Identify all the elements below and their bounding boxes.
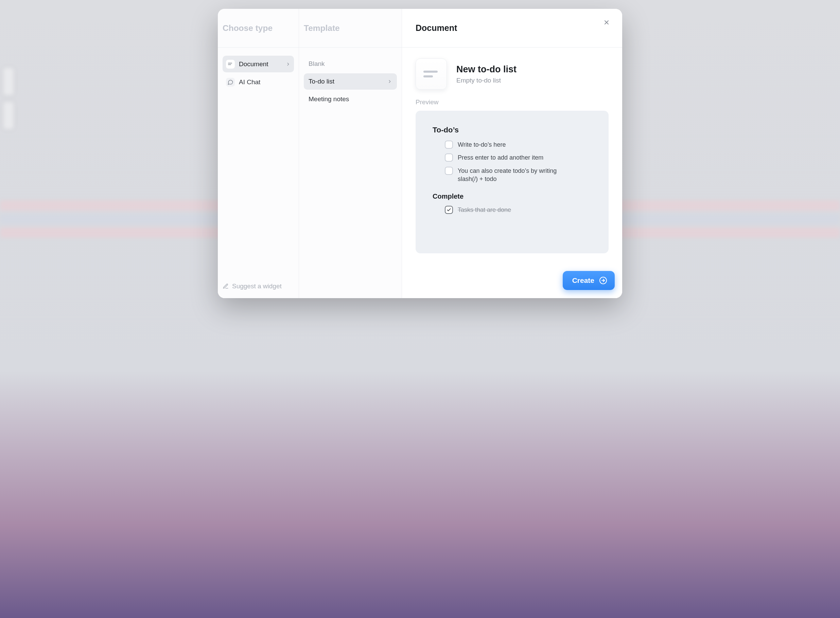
document-preview-icon	[416, 58, 447, 90]
template-header: Template	[299, 9, 402, 48]
template-item-blank[interactable]: Blank	[304, 56, 397, 72]
todo-item: Press enter to add another item	[445, 153, 591, 162]
close-button[interactable]	[600, 16, 613, 28]
document-subtitle: Empty to-do list	[456, 77, 517, 84]
template-item-label: To-do list	[308, 78, 334, 85]
checkbox-unchecked-icon[interactable]	[445, 167, 453, 175]
document-header: New to-do list Empty to-do list	[416, 58, 609, 90]
template-item-label: Meeting notes	[308, 95, 349, 103]
main-body: New to-do list Empty to-do list Preview …	[402, 48, 622, 265]
todo-text: Tasks that are done	[458, 206, 511, 214]
main-header: Document	[402, 9, 622, 48]
template-column: Template Blank To-do list Meeting notes	[299, 9, 402, 298]
template-item-meeting-notes[interactable]: Meeting notes	[304, 91, 397, 107]
checkbox-unchecked-icon[interactable]	[445, 141, 453, 149]
todo-item-complete: Tasks that are done	[445, 206, 591, 214]
type-item-ai-chat[interactable]: AI Chat	[223, 74, 294, 90]
suggest-widget-label: Suggest a widget	[232, 282, 282, 290]
todo-item: Write to-do’s here	[445, 141, 591, 149]
chevron-right-icon	[286, 62, 290, 67]
close-icon	[603, 19, 610, 26]
preview-label: Preview	[416, 98, 609, 106]
complete-section-title: Complete	[433, 193, 591, 201]
document-icon	[226, 60, 235, 68]
todo-text: Write to-do’s here	[458, 141, 506, 149]
suggest-widget-button[interactable]: Suggest a widget	[218, 274, 299, 298]
template-item-todo-list[interactable]: To-do list	[304, 73, 397, 90]
choose-type-title: Choose type	[223, 24, 273, 33]
checkbox-unchecked-icon[interactable]	[445, 153, 453, 162]
main-column: Document New to-do list Empty to-do list…	[402, 9, 622, 298]
choose-type-column: Choose type Document	[218, 9, 299, 298]
todo-text: Press enter to add another item	[458, 153, 544, 162]
todo-item: You can also create todo’s by writing sl…	[445, 167, 591, 183]
create-button-label: Create	[572, 276, 594, 285]
todos-section-title: To-do’s	[433, 126, 591, 134]
type-item-document[interactable]: Document	[223, 56, 294, 72]
template-title: Template	[304, 24, 340, 33]
preview-box: To-do’s Write to-do’s here Press enter t…	[416, 111, 609, 253]
svg-rect-1	[228, 64, 231, 65]
todo-text: You can also create todo’s by writing sl…	[458, 167, 566, 183]
create-button[interactable]: Create	[563, 271, 615, 290]
main-header-title: Document	[416, 23, 457, 33]
document-title: New to-do list	[456, 64, 517, 75]
choose-type-header: Choose type	[218, 9, 299, 48]
document-titles: New to-do list Empty to-do list	[456, 64, 517, 84]
main-footer: Create	[402, 265, 622, 298]
checkbox-checked-icon[interactable]	[445, 206, 453, 214]
pencil-icon	[223, 283, 229, 289]
create-document-modal: Choose type Document	[218, 9, 622, 298]
svg-rect-0	[228, 63, 232, 64]
arrow-right-circle-icon	[599, 276, 607, 285]
type-list: Document AI Chat	[218, 48, 299, 274]
template-item-label: Blank	[308, 60, 325, 68]
type-item-label: Document	[239, 61, 268, 68]
chevron-right-icon	[387, 79, 392, 84]
type-item-label: AI Chat	[239, 79, 260, 86]
chat-icon	[226, 78, 235, 86]
template-list: Blank To-do list Meeting notes	[299, 48, 402, 298]
